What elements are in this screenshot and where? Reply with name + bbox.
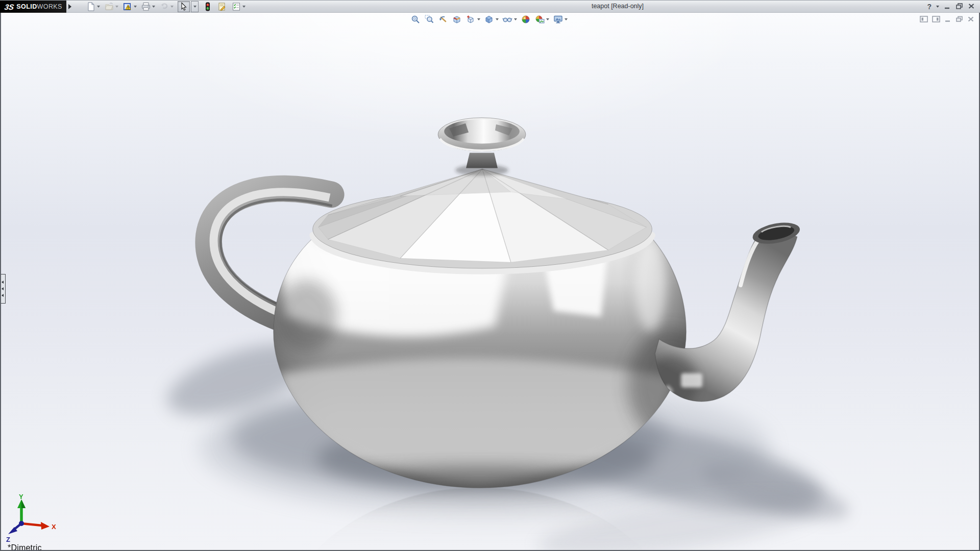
chevron-down-icon[interactable] (134, 6, 137, 8)
menu-expand-button[interactable] (67, 2, 72, 11)
view-orientation-button[interactable] (465, 14, 476, 24)
new-document-icon (86, 2, 95, 11)
window-controls: ? (927, 1, 975, 13)
teapot-knob (438, 118, 526, 176)
quick-access-toolbar (86, 1, 247, 13)
options-button[interactable] (231, 2, 241, 12)
new-document-button[interactable] (86, 2, 96, 12)
chevron-down-icon (193, 6, 197, 8)
pane-left-icon (920, 16, 928, 22)
logo-text-light: WORKS (37, 3, 62, 10)
arrow-right-icon (68, 4, 71, 9)
minimize-button[interactable] (944, 3, 951, 11)
view-orientation-label: *Dimetric (8, 543, 42, 551)
rebuild-button[interactable] (203, 2, 213, 12)
restore-icon (955, 3, 963, 10)
triad-y-label: Y (19, 494, 23, 500)
doc-close-button[interactable] (967, 16, 974, 24)
pane-left-button[interactable] (920, 16, 928, 24)
edit-appearance-icon (521, 15, 530, 24)
zoom-to-area-button[interactable] (424, 14, 434, 24)
triad-z-axis: Z (6, 523, 21, 543)
chevron-down-icon[interactable] (565, 18, 568, 20)
pane-right-icon (932, 16, 940, 22)
triad-x-axis: X (21, 522, 56, 531)
print-button[interactable] (141, 2, 151, 12)
select-dropdown-button[interactable] (191, 1, 199, 12)
graphics-viewport[interactable]: Z Y X *Dimetric (0, 13, 980, 551)
solidworks-logo: 3S SOLIDWORKS (0, 1, 66, 13)
triad-z-label: Z (6, 536, 10, 543)
chevron-down-icon[interactable] (477, 18, 480, 20)
hide-show-items-button[interactable] (502, 14, 512, 24)
select-cursor-icon (179, 2, 188, 11)
orientation-triad[interactable]: Z Y X (4, 494, 60, 543)
teapot-lid (313, 169, 652, 268)
chevron-down-icon[interactable] (152, 6, 155, 8)
window-title: teapot [Read-only] (592, 3, 644, 10)
chevron-down-icon[interactable] (546, 18, 549, 20)
doc-minimize-button[interactable] (944, 16, 951, 24)
logo-text-bold: SOLID (16, 3, 37, 10)
chevron-down-icon[interactable] (936, 6, 939, 8)
apply-scene-icon (535, 15, 545, 24)
undo-icon (160, 2, 169, 11)
minimize-icon (944, 3, 951, 10)
file-properties-icon (217, 2, 227, 11)
options-checklist-icon (232, 2, 241, 11)
close-button[interactable] (968, 3, 975, 11)
solidworks-window: 3S SOLIDWORKS (0, 0, 980, 551)
chevron-down-icon[interactable] (170, 6, 174, 8)
triad-x-label: X (52, 523, 56, 531)
open-icon (105, 2, 114, 11)
print-icon (141, 2, 151, 11)
view-settings-button[interactable] (553, 14, 563, 24)
section-view-icon (452, 15, 461, 24)
section-view-button[interactable] (452, 14, 462, 24)
file-properties-button[interactable] (217, 2, 227, 12)
pane-right-button[interactable] (932, 16, 940, 24)
help-button[interactable]: ? (927, 3, 932, 11)
restore-icon (955, 16, 963, 22)
previous-view-button[interactable] (438, 14, 448, 24)
view-settings-icon (553, 15, 563, 24)
arrow-left-icon (2, 287, 4, 290)
zoom-to-area-icon (425, 15, 434, 24)
featuremanager-collapse-tab[interactable] (0, 274, 6, 304)
document-window-controls (920, 16, 974, 24)
chevron-down-icon[interactable] (97, 6, 100, 8)
alert-document-icon (123, 2, 132, 11)
undo-button[interactable] (159, 2, 169, 12)
doc-restore-button[interactable] (955, 16, 963, 24)
apply-scene-button[interactable] (534, 14, 545, 24)
triad-y-axis: Y (17, 494, 26, 523)
restore-button[interactable] (955, 3, 963, 11)
minimize-icon (944, 16, 951, 22)
close-icon (967, 16, 974, 22)
arrow-left-icon (2, 281, 4, 284)
zoom-to-fit-button[interactable] (410, 14, 421, 24)
chevron-down-icon[interactable] (496, 18, 499, 20)
edit-appearance-button[interactable] (521, 14, 531, 24)
zoom-to-fit-icon (411, 15, 420, 24)
close-icon (968, 3, 975, 10)
chevron-down-icon[interactable] (115, 6, 118, 8)
alert-document-button[interactable] (122, 2, 133, 12)
display-style-icon (484, 15, 494, 24)
chevron-down-icon[interactable] (242, 6, 246, 8)
headsup-toolbar (410, 14, 570, 24)
hide-show-items-icon (502, 15, 512, 24)
logo-mark: 3S (4, 3, 15, 11)
select-button[interactable] (178, 1, 190, 12)
arrow-left-icon (2, 294, 4, 297)
teapot-render[interactable] (1, 13, 979, 550)
previous-view-icon (438, 15, 448, 24)
open-button[interactable] (104, 2, 114, 12)
display-style-button[interactable] (484, 14, 494, 24)
rebuild-traffic-light-icon (204, 2, 211, 11)
titlebar: 3S SOLIDWORKS (0, 0, 980, 13)
triad-origin (19, 521, 24, 526)
help-icon: ? (927, 3, 932, 11)
view-orientation-icon (466, 15, 475, 24)
chevron-down-icon[interactable] (514, 18, 517, 20)
